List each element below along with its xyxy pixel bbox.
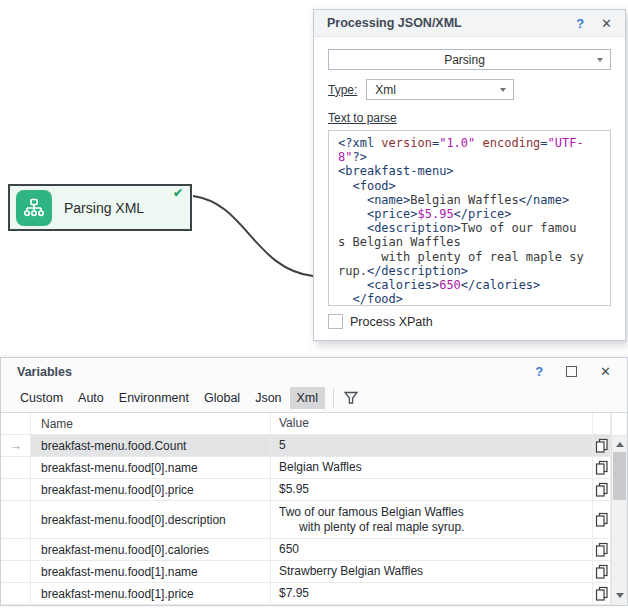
- code-line: </food>: [338, 292, 610, 306]
- tab-xml[interactable]: Xml: [290, 387, 326, 409]
- variable-row[interactable]: breakfast-menu.food[0].calories650: [1, 539, 627, 561]
- scrollbar-down-icon[interactable]: [612, 587, 627, 603]
- copy-icon[interactable]: [593, 583, 611, 605]
- variables-tabs: CustomAutoEnvironmentGlobalJsonXml: [13, 387, 326, 409]
- tab-json[interactable]: Json: [248, 387, 288, 409]
- variable-value[interactable]: Strawberry Belgian Waffles: [271, 561, 593, 583]
- sitemap-icon: [16, 190, 52, 226]
- variable-value[interactable]: $5.95: [271, 479, 593, 501]
- variable-row[interactable]: breakfast-menu.food[1].nameStrawberry Be…: [1, 561, 627, 583]
- code-line: <calories>650</calories>: [338, 278, 610, 292]
- variable-name[interactable]: breakfast-menu.food[0].description: [31, 501, 271, 539]
- variables-table: Name Value →breakfast-menu.food.Count5br…: [1, 412, 627, 605]
- process-xpath-checkbox[interactable]: [328, 314, 343, 329]
- code-line: with plenty of real maple sy: [338, 250, 610, 264]
- row-indicator-cell: →: [1, 435, 31, 457]
- row-indicator-cell: [1, 479, 31, 501]
- tab-auto[interactable]: Auto: [71, 387, 111, 409]
- variable-row[interactable]: breakfast-menu.food[0].nameBelgian Waffl…: [1, 457, 627, 479]
- help-icon[interactable]: ?: [535, 364, 543, 379]
- row-indicator-cell: [1, 457, 31, 479]
- action-select-value: Parsing: [329, 53, 610, 67]
- vertical-scrollbar[interactable]: [611, 413, 627, 605]
- variables-panel-header: Variables ? ✕: [1, 358, 627, 385]
- variable-name[interactable]: breakfast-menu.food[1].name: [31, 561, 271, 583]
- code-line: rup.</description>: [338, 264, 610, 278]
- variables-tab-bar: CustomAutoEnvironmentGlobalJsonXml: [1, 385, 627, 411]
- workflow-node-parsing-xml[interactable]: Parsing XML ✔: [8, 184, 192, 231]
- tab-custom[interactable]: Custom: [13, 387, 70, 409]
- copy-icon[interactable]: [593, 479, 611, 501]
- tab-global[interactable]: Global: [197, 387, 247, 409]
- type-label[interactable]: Type:: [328, 83, 357, 97]
- code-line: 8"?>: [338, 150, 610, 164]
- variable-row[interactable]: breakfast-menu.food[0].descriptionTwo of…: [1, 501, 627, 539]
- table-body: →breakfast-menu.food.Count5breakfast-men…: [1, 435, 627, 605]
- chevron-down-icon: [500, 88, 506, 92]
- variables-panel: Variables ? ✕ CustomAutoEnvironmentGloba…: [0, 357, 628, 606]
- help-icon[interactable]: ?: [576, 16, 584, 31]
- action-select[interactable]: Parsing: [328, 49, 611, 70]
- row-indicator-cell: [1, 539, 31, 561]
- chevron-down-icon: [597, 58, 603, 62]
- success-check-icon: ✔: [173, 186, 183, 200]
- copy-icon[interactable]: [593, 457, 611, 479]
- xml-code-editor[interactable]: <?xml version="1.0" encoding="UTF-8"?><b…: [328, 130, 611, 306]
- variable-value[interactable]: Two of our famous Belgian Waffles with p…: [271, 501, 593, 539]
- row-indicator-cell: [1, 561, 31, 583]
- variable-row[interactable]: breakfast-menu.food[1].price$7.95: [1, 583, 627, 605]
- node-label: Parsing XML: [64, 200, 144, 216]
- column-header-value[interactable]: Value: [271, 413, 593, 435]
- variable-value[interactable]: 5: [271, 435, 593, 457]
- properties-panel: Processing JSON/XML ? ✕ Parsing Type: Xm…: [313, 9, 626, 341]
- table-header-row: Name Value: [1, 413, 627, 435]
- code-line: <price>$5.95</price>: [338, 207, 610, 221]
- copy-icon[interactable]: [593, 561, 611, 583]
- close-icon[interactable]: ✕: [600, 364, 611, 379]
- variable-name[interactable]: breakfast-menu.food[0].price: [31, 479, 271, 501]
- tab-environment[interactable]: Environment: [112, 387, 196, 409]
- code-line: <description>Two of our famou: [338, 221, 610, 235]
- header-indicator-cell: [1, 413, 31, 435]
- variable-value[interactable]: 650: [271, 539, 593, 561]
- variable-name[interactable]: breakfast-menu.food.Count: [31, 435, 271, 457]
- variable-name[interactable]: breakfast-menu.food[1].price: [31, 583, 271, 605]
- properties-panel-header: Processing JSON/XML ? ✕: [314, 10, 625, 37]
- code-line: <breakfast-menu>: [338, 164, 610, 178]
- type-select[interactable]: Xml: [366, 79, 514, 100]
- row-indicator-cell: [1, 583, 31, 605]
- variable-value[interactable]: $7.95: [271, 583, 593, 605]
- row-indicator-cell: [1, 501, 31, 539]
- process-xpath-label: Process XPath: [350, 315, 433, 329]
- code-line: s Belgian Waffles: [338, 235, 610, 249]
- variable-name[interactable]: breakfast-menu.food[0].calories: [31, 539, 271, 561]
- text-to-parse-label[interactable]: Text to parse: [328, 111, 397, 125]
- filter-funnel-icon[interactable]: [343, 390, 359, 406]
- copy-icon[interactable]: [593, 435, 611, 457]
- selected-row-arrow-icon: →: [9, 439, 22, 452]
- close-icon[interactable]: ✕: [601, 16, 612, 31]
- panel-title: Variables: [17, 365, 535, 379]
- maximize-icon[interactable]: [566, 366, 577, 377]
- type-select-value: Xml: [367, 83, 513, 97]
- scrollbar-up-icon[interactable]: [612, 436, 627, 452]
- copy-icon[interactable]: [593, 501, 611, 539]
- panel-title: Processing JSON/XML: [327, 16, 576, 30]
- code-line: <food>: [338, 179, 610, 193]
- variable-row[interactable]: breakfast-menu.food[0].price$5.95: [1, 479, 627, 501]
- variable-value[interactable]: Belgian Waffles: [271, 457, 593, 479]
- variable-name[interactable]: breakfast-menu.food[0].name: [31, 457, 271, 479]
- scrollbar-thumb[interactable]: [613, 452, 626, 500]
- variable-row[interactable]: →breakfast-menu.food.Count5: [1, 435, 627, 457]
- properties-panel-body: Parsing Type: Xml Text to parse <?xml ve…: [314, 37, 625, 329]
- code-line: <name>Belgian Waffles</name>: [338, 193, 610, 207]
- header-copy-cell: [593, 413, 611, 435]
- copy-icon[interactable]: [593, 539, 611, 561]
- column-header-name[interactable]: Name: [31, 413, 271, 435]
- code-line: <?xml version="1.0" encoding="UTF-: [338, 136, 610, 150]
- scrollbar-header-cell: [612, 413, 627, 436]
- tab-separator: [333, 389, 334, 408]
